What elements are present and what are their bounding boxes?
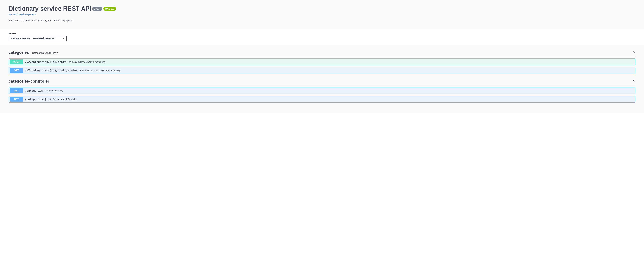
version-badge: 13.1.4: [92, 7, 102, 11]
method-badge: PATCH: [10, 59, 23, 64]
chevron-up-icon: [632, 79, 636, 83]
tag-header-left: categories-controller: [8, 79, 49, 84]
main-content: categoriesCategories Controller v2PATCH/…: [0, 45, 644, 113]
tag-section-categories-controller: categories-controllerGET/categoriesGet l…: [8, 77, 636, 103]
header-section: Dictionary service REST API 13.1.4 OAS 3…: [0, 0, 644, 29]
chevron-down-icon: [62, 37, 64, 40]
tag-name: categories-controller: [8, 79, 49, 84]
chevron-down-icon: [633, 60, 634, 63]
tag-name: categories: [8, 50, 29, 55]
operation-block[interactable]: GET/categories/{id}Get category informat…: [8, 96, 636, 103]
operation-summary: Save a category as Draft in async way: [68, 61, 106, 63]
chevron-down-icon: [633, 69, 634, 72]
title-row: Dictionary service REST API 13.1.4 OAS 3…: [8, 5, 636, 12]
chevron-up-icon: [632, 50, 636, 54]
operation-path: /categories: [25, 89, 43, 92]
api-description: If you need to update your dictionary, y…: [8, 19, 636, 22]
server-selected-value: /semanticservice - Generated server url: [10, 37, 55, 40]
operation-left: GET/v2/categories/{id}/draft/statusGet t…: [10, 68, 120, 73]
operation-summary: Get list of category: [45, 89, 63, 92]
operation-path: /categories/{id}: [25, 98, 51, 101]
chevron-down-icon: [633, 98, 634, 101]
operation-left: PATCH/v2/categories/{id}/draftSave a cat…: [10, 59, 106, 64]
operation-block[interactable]: GET/v2/categories/{id}/draft/statusGet t…: [8, 67, 636, 74]
operation-summary: Get category information: [53, 98, 77, 101]
tag-header[interactable]: categoriesCategories Controller v2: [8, 48, 636, 57]
server-select[interactable]: /semanticservice - Generated server url: [8, 36, 66, 41]
servers-label: Servers: [8, 32, 636, 35]
api-docs-link[interactable]: /semanticservice/api-docs: [8, 13, 36, 16]
chevron-down-icon: [633, 89, 634, 92]
operation-summary: Get the status of the asynchronous savin…: [79, 69, 120, 72]
operation-path: /v2/categories/{id}/draft/status: [25, 69, 78, 72]
tag-section-categories: categoriesCategories Controller v2PATCH/…: [8, 48, 636, 74]
operation-left: GET/categories/{id}Get category informat…: [10, 97, 77, 102]
servers-section: Servers /semanticservice - Generated ser…: [0, 29, 644, 45]
api-title: Dictionary service REST API: [8, 5, 91, 12]
tag-description: Categories Controller v2: [32, 52, 58, 54]
operation-block[interactable]: GET/categoriesGet list of category: [8, 87, 636, 94]
tag-header-left: categoriesCategories Controller v2: [8, 50, 58, 55]
operation-path: /v2/categories/{id}/draft: [25, 60, 66, 64]
oas-badge: OAS 3.0: [104, 7, 116, 11]
operation-left: GET/categoriesGet list of category: [10, 88, 63, 93]
tag-header[interactable]: categories-controller: [8, 77, 636, 86]
method-badge: GET: [10, 97, 23, 102]
method-badge: GET: [10, 88, 23, 93]
operation-block[interactable]: PATCH/v2/categories/{id}/draftSave a cat…: [8, 58, 636, 65]
method-badge: GET: [10, 68, 23, 73]
